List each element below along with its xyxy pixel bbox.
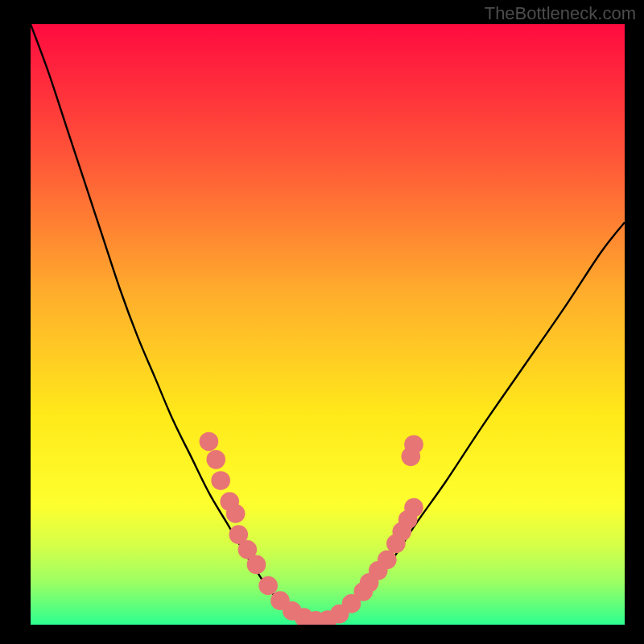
watermark-text: TheBottleneck.com: [485, 3, 636, 24]
sample-point: [206, 450, 225, 469]
sample-point: [258, 576, 278, 596]
sample-point: [226, 504, 246, 523]
sample-point: [404, 498, 423, 518]
chart-svg: [31, 24, 625, 625]
chart-container: TheBottleneck.com: [0, 0, 644, 644]
gradient-background: [31, 24, 625, 625]
sample-point: [404, 435, 423, 454]
plot-area: [31, 24, 625, 625]
sample-point: [200, 432, 219, 452]
sample-point: [211, 471, 230, 490]
sample-point: [247, 555, 266, 575]
sample-point: [378, 551, 397, 570]
